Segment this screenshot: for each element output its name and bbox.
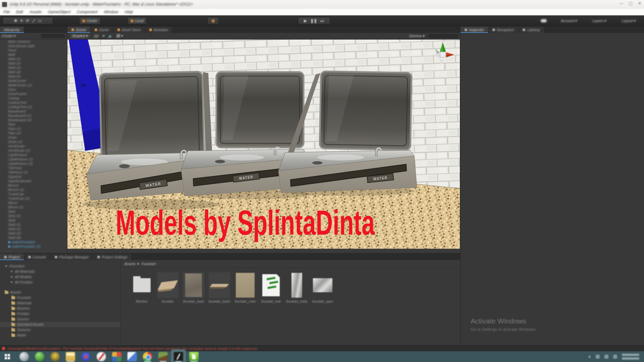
scene-panel-tab[interactable]: Animator: [145, 26, 173, 33]
account-dropdown[interactable]: Account ▾: [560, 19, 577, 23]
asset-thumbnail[interactable]: [131, 272, 153, 298]
hierarchy-item[interactable]: Stall (3): [0, 231, 67, 236]
tray-icon[interactable]: [613, 355, 617, 359]
bottom-panel-tab[interactable]: Project Settings: [93, 254, 132, 260]
tool-icon[interactable]: ✥: [14, 18, 17, 23]
system-clock[interactable]: [622, 354, 639, 360]
tray-icon[interactable]: [596, 355, 600, 359]
cloud-icon[interactable]: [541, 19, 547, 22]
menu-item[interactable]: Assets: [29, 10, 42, 14]
hierarchy-item[interactable]: Baseboard (1): [0, 114, 67, 118]
hierarchy-item[interactable]: VentGrate: [0, 144, 67, 148]
taskbar-app-icon[interactable]: [158, 352, 168, 361]
menu-item[interactable]: Component: [76, 10, 99, 14]
taskbar-app-icon[interactable]: [50, 352, 60, 361]
hierarchy-prefab-item[interactable]: waterFountain (1): [0, 244, 67, 249]
hierarchy-item[interactable]: CeilingTrim (1): [0, 105, 67, 109]
hierarchy-item[interactable]: Stall (1): [0, 223, 67, 227]
bottom-panel-tab[interactable]: Package Manager: [51, 254, 93, 260]
assets-root-folder[interactable]: Assets: [0, 290, 120, 295]
bottom-panel-tab[interactable]: Console: [24, 254, 50, 260]
space-toggle[interactable]: Local: [127, 17, 147, 24]
asset-thumbnail[interactable]: [286, 272, 308, 298]
taskbar-app-icon[interactable]: [143, 352, 152, 361]
inspector-tab[interactable]: Inspector: [461, 26, 488, 33]
project-folder[interactable]: Standard Assets: [0, 322, 120, 327]
pause-button[interactable]: ❚❚: [310, 18, 317, 23]
asset-thumbnail[interactable]: [312, 272, 333, 298]
asset-tile[interactable]: fountain_mat: [260, 272, 282, 303]
asset-thumbnail[interactable]: [209, 272, 230, 298]
hierarchy-item[interactable]: Pipe (2): [0, 131, 67, 135]
inspector-tab[interactable]: Lighting: [519, 26, 544, 33]
menu-item[interactable]: GameObject: [47, 10, 71, 14]
asset-tile[interactable]: fountain_metal: [286, 272, 308, 303]
scene-panel-tab[interactable]: Asset Store: [113, 26, 145, 33]
favorites-item[interactable]: ★ All Prefabs: [0, 280, 120, 285]
menu-item[interactable]: Help: [124, 10, 133, 14]
shading-dropdown[interactable]: Shaded ▾: [69, 33, 91, 39]
scene-search-input[interactable]: [428, 34, 458, 38]
hierarchy-item[interactable]: SignExit: [0, 175, 67, 179]
taskbar-app-icon[interactable]: [66, 352, 75, 361]
hierarchy-item[interactable]: Pipe (1): [0, 127, 67, 131]
play-button[interactable]: ▶: [304, 18, 307, 23]
hierarchy-item[interactable]: Sink (1): [0, 214, 67, 218]
hierarchy-item[interactable]: Sink: [0, 209, 67, 214]
snap-toggle[interactable]: [207, 17, 219, 24]
menu-item[interactable]: File: [3, 10, 10, 14]
breadcrumb-current[interactable]: Fountain: [141, 262, 156, 266]
asset-tile[interactable]: fountain_base: [183, 272, 204, 303]
hierarchy-item[interactable]: Ceiling: [0, 96, 67, 101]
taskbar-app-icon[interactable]: [97, 352, 106, 361]
scene-panel-tab[interactable]: Scene: [67, 26, 91, 33]
asset-tile[interactable]: fountain_spec: [312, 272, 333, 303]
asset-tile[interactable]: fountain: [157, 272, 178, 303]
audio-toggle[interactable]: 🔈: [108, 34, 114, 38]
bottom-panel-tab[interactable]: Project: [0, 254, 24, 260]
tray-icon[interactable]: [604, 355, 608, 359]
asset-thumbnail[interactable]: [234, 272, 256, 298]
2d-toggle[interactable]: 2D: [94, 34, 99, 38]
layers-dropdown[interactable]: Layers ▾: [592, 19, 607, 23]
hierarchy-item[interactable]: Mirror (1): [0, 205, 67, 209]
taskbar-app-icon[interactable]: [19, 352, 29, 361]
hierarchy-item[interactable]: DoorFrame: [0, 92, 67, 96]
asset-tile[interactable]: fountain_color: [234, 272, 256, 303]
tool-icon[interactable]: ⟳: [26, 18, 30, 23]
menu-item[interactable]: Window: [104, 10, 119, 14]
taskbar-app-icon[interactable]: [35, 352, 44, 361]
taskbar-app-icon[interactable]: [127, 352, 137, 361]
console-error-text[interactable]: UnassignedReferenceException: The variab…: [7, 347, 259, 351]
hierarchy-item[interactable]: Bench: [0, 183, 67, 188]
tool-icon[interactable]: ⤢: [32, 18, 36, 23]
transform-tools[interactable]: ✥✛⟳⤢▭: [3, 17, 53, 24]
project-folder[interactable]: Fountain: [0, 295, 120, 300]
hierarchy-item[interactable]: Stall: [0, 218, 67, 223]
hierarchy-item[interactable]: Mirror: [0, 201, 67, 205]
hierarchy-item[interactable]: Directional Light: [0, 44, 67, 48]
hierarchy-item[interactable]: Wall (2): [0, 61, 67, 66]
hierarchy-item[interactable]: WallCorner (1): [0, 83, 67, 87]
create-button[interactable]: Create ▾: [1, 34, 16, 38]
minimize-button[interactable]: —: [620, 1, 624, 6]
status-bar[interactable]: UnassignedReferenceException: The variab…: [0, 345, 644, 351]
hierarchy-item[interactable]: TileFloor: [0, 166, 67, 170]
start-button[interactable]: [0, 351, 15, 362]
taskbar-app-icon[interactable]: [112, 352, 121, 361]
hierarchy-item[interactable]: VentGrate (1): [0, 148, 67, 153]
tray-expand-icon[interactable]: ∧: [588, 354, 591, 359]
inspector-tab[interactable]: Navigation: [488, 26, 519, 33]
favorites-item[interactable]: ★ All Models: [0, 274, 120, 280]
hierarchy-item[interactable]: Wall (4): [0, 70, 67, 74]
project-folder[interactable]: Prefabs: [0, 311, 120, 316]
hierarchy-item[interactable]: SignRestroom: [0, 179, 67, 183]
hierarchy-item[interactable]: LightFixture (1): [0, 157, 67, 162]
hierarchy-item[interactable]: Baseboard (2): [0, 118, 67, 122]
scene-viewport[interactable]: 99: [67, 40, 460, 249]
close-button[interactable]: ✕: [638, 1, 641, 6]
hierarchy-item[interactable]: TrashCan (1): [0, 196, 67, 201]
hierarchy-item[interactable]: Floor: [0, 48, 67, 53]
asset-thumbnail[interactable]: [183, 272, 204, 298]
hierarchy-item[interactable]: Drain (1): [0, 140, 67, 144]
